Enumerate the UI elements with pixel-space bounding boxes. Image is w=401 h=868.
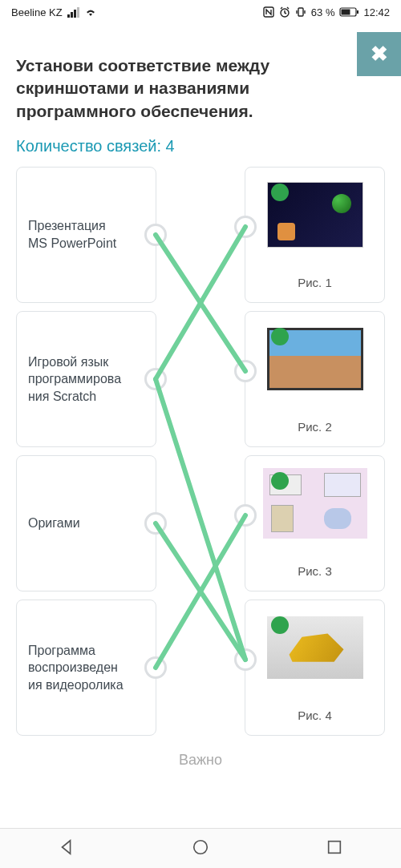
subtitle-count: 4 [166,137,175,155]
svg-line-9 [156,523,245,660]
vibrate-icon [295,6,306,18]
status-bar: Beeline KZ 63 % 12:42 [0,0,401,24]
svg-rect-4 [342,10,350,15]
left-label: Программа воспроизведения видеоролика [28,642,124,694]
connector-dot[interactable] [144,656,167,679]
footer-partial-text: Важно [16,752,385,769]
thumbnail-1 [263,179,367,251]
recent-button[interactable] [326,838,343,859]
connector-dot[interactable] [234,360,257,382]
caption: Рис. 3 [298,564,332,583]
subtitle-prefix: Количество связей: [16,137,166,155]
svg-line-10 [156,515,245,668]
wifi-icon [84,7,97,17]
left-item-2[interactable]: Оригами [16,455,156,591]
caption: Рис. 1 [298,276,332,294]
thumbnail-3 [263,467,367,539]
back-button[interactable] [58,838,75,859]
android-nav-bar [0,828,401,868]
connector-dot[interactable] [144,368,167,390]
connector-dot[interactable] [144,512,167,535]
connector-dot[interactable] [234,504,257,527]
connection-count: Количество связей: 4 [16,137,385,155]
thumbnail-4 [263,612,367,684]
badge-icon [271,616,289,634]
connector-dot[interactable] [144,224,167,246]
right-item-1[interactable]: Рис. 2 [245,311,385,447]
nfc-icon [263,6,274,18]
right-item-3[interactable]: Рис. 4 [245,600,385,736]
left-item-0[interactable]: Презентация MS PowerPoint [16,167,156,303]
svg-rect-5 [357,10,358,14]
match-area: Презентация MS PowerPoint Игровой язык п… [16,167,385,736]
clock-text: 12:42 [363,6,390,18]
badge-icon [271,184,289,201]
left-label: Презентация MS PowerPoint [28,217,124,252]
right-item-0[interactable]: Рис. 1 [245,167,385,303]
svg-rect-2 [298,8,303,16]
connector-dot[interactable] [234,216,257,238]
battery-text: 63 % [311,6,335,18]
left-label: Оригами [28,515,80,532]
content: ✖ Установи соответствие между скриншотам… [0,24,401,785]
left-label: Игровой язык программирования Scratch [28,353,124,406]
close-button[interactable]: ✖ [357,32,401,76]
left-item-1[interactable]: Игровой язык программирования Scratch [16,311,156,447]
battery-icon [339,7,358,17]
badge-icon [271,328,289,345]
badge-icon [271,472,289,490]
svg-line-8 [156,379,245,660]
left-item-3[interactable]: Программа воспроизведения видеоролика [16,600,156,736]
thumbnail-2 [263,323,367,395]
connector-dot[interactable] [234,648,257,671]
close-icon: ✖ [371,42,388,67]
right-item-2[interactable]: Рис. 3 [245,455,385,591]
caption: Рис. 4 [298,709,332,727]
right-column: Рис. 1 Рис. 2 [245,167,385,736]
svg-line-7 [156,227,245,379]
home-button[interactable] [192,838,209,859]
alarm-icon [279,6,290,18]
svg-line-6 [156,235,245,371]
carrier-label: Beeline KZ [11,6,63,18]
svg-rect-12 [328,841,340,853]
page-title: Установи соответствие между скриншотами … [16,24,385,137]
signal-icon [67,7,79,18]
caption: Рис. 2 [298,420,332,438]
left-column: Презентация MS PowerPoint Игровой язык п… [16,167,156,736]
svg-point-11 [194,840,208,854]
